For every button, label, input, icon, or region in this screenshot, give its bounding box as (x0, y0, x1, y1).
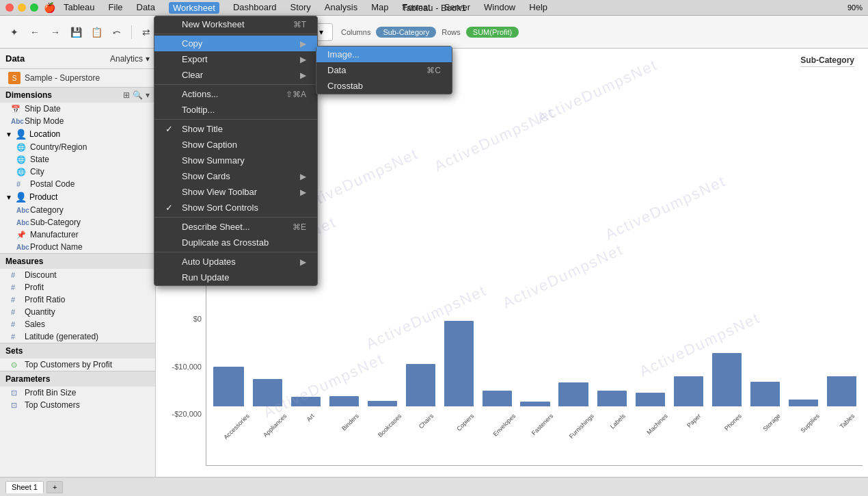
menu-item-new-worksheet[interactable]: New Worksheet ⌘T (154, 16, 317, 32)
copy-image-item[interactable]: Image... (316, 47, 452, 62)
measure-discount[interactable]: # Discount (0, 269, 155, 281)
bar[interactable] (213, 367, 244, 406)
new-sheet-btn[interactable]: + (46, 481, 63, 493)
bar[interactable] (406, 364, 435, 406)
window-controls[interactable] (5, 3, 38, 12)
bar-group[interactable]: Labels (594, 77, 631, 417)
measure-profit-ratio[interactable]: # Profit Ratio (0, 293, 155, 306)
save-btn[interactable]: 💾 (67, 23, 85, 41)
menu-item-show-summary[interactable]: Show Summary (154, 153, 317, 168)
bar[interactable] (329, 396, 359, 406)
menu-item-run-update[interactable]: Run Update (154, 270, 317, 285)
data-label[interactable]: Data (5, 53, 25, 64)
sets-section-header[interactable]: Sets (0, 343, 155, 358)
row-pill[interactable]: SUM(Profit) (466, 27, 519, 38)
bar[interactable] (789, 400, 818, 406)
parameters-section-header[interactable]: Parameters (0, 371, 155, 387)
menu-item-duplicate-crosstab[interactable]: Duplicate as Crosstab (154, 235, 317, 250)
bar[interactable] (291, 397, 321, 406)
menu-analysis[interactable]: Analysis (325, 2, 357, 14)
bar[interactable] (827, 376, 856, 406)
menu-item-export[interactable]: Export ▶ (154, 51, 317, 67)
menu-item-auto-updates[interactable]: Auto Updates ▶ (154, 254, 317, 270)
menu-item-show-caption[interactable]: Show Caption (154, 137, 317, 153)
sort-icon[interactable]: ▾ (146, 90, 150, 100)
dim-product-name[interactable]: Abc Product Name (0, 241, 155, 253)
forward-btn[interactable]: → (46, 23, 64, 41)
copy-crosstab-item[interactable]: Crosstab (316, 78, 452, 94)
bar[interactable] (444, 321, 474, 406)
sheet-tab[interactable]: Sheet 1 (5, 481, 44, 493)
param-profit-bin[interactable]: ⊡ Profit Bin Size (0, 387, 155, 399)
dim-city[interactable]: 🌐 City (0, 166, 155, 178)
dim-ship-date[interactable]: 📅 Ship Date (0, 103, 155, 115)
bar-group[interactable]: Fasteners (517, 77, 554, 417)
menu-item-clear[interactable]: Clear ▶ (154, 67, 317, 83)
add-data-btn[interactable]: 📋 (87, 23, 105, 41)
bar[interactable] (636, 393, 665, 406)
menu-story[interactable]: Story (290, 2, 310, 14)
measure-latitude[interactable]: # Latitude (generated) (0, 330, 155, 343)
param-top-customers[interactable]: ⊡ Top Customers (0, 399, 155, 411)
bar[interactable] (368, 401, 397, 406)
bar-group[interactable]: Copiers (440, 77, 477, 417)
copy-data-item[interactable]: Data ⌘C (316, 62, 452, 78)
menu-app[interactable]: Tableau (64, 2, 95, 14)
menu-item-show-view-toolbar[interactable]: Show View Toolbar ▶ (154, 184, 317, 200)
group-product[interactable]: ▼ 👤 Product (0, 190, 155, 204)
dim-category[interactable]: Abc Category (0, 204, 155, 216)
measure-quantity[interactable]: # Quantity (0, 306, 155, 318)
bar-group[interactable]: Machines (632, 77, 668, 417)
bar-group[interactable]: Phones (708, 77, 745, 417)
dim-ship-mode[interactable]: Abc Ship Mode (0, 115, 155, 127)
maximize-button[interactable] (30, 3, 38, 12)
menu-help[interactable]: Help (529, 2, 547, 14)
measures-section-header[interactable]: Measures (0, 253, 155, 269)
minimize-button[interactable] (18, 3, 26, 12)
apple-icon[interactable]: 🍎 (44, 2, 55, 13)
set-top-customers[interactable]: ⊙ Top Customers by Profit (0, 358, 155, 371)
swap-btn[interactable]: ⇄ (137, 23, 155, 41)
back-btn[interactable]: ← (26, 23, 44, 41)
column-pill[interactable]: Sub-Category (376, 27, 436, 38)
dim-state[interactable]: 🌐 State (0, 153, 155, 166)
measure-sales[interactable]: # Sales (0, 318, 155, 330)
analytics-tab[interactable]: Analytics ▾ (110, 54, 150, 64)
menu-window[interactable]: Window (484, 2, 515, 14)
bar[interactable] (558, 382, 588, 406)
bar[interactable] (750, 382, 780, 406)
menu-item-show-sort-controls[interactable]: ✓Show Sort Controls (154, 200, 317, 216)
bar[interactable] (253, 379, 282, 406)
grid-icon[interactable]: ⊞ (123, 90, 130, 100)
menu-file[interactable]: File (109, 2, 123, 14)
bar-group[interactable]: Paper (670, 77, 707, 417)
bar[interactable] (520, 402, 550, 406)
bar-group[interactable]: Bookcases (364, 77, 401, 417)
close-button[interactable] (5, 3, 14, 12)
bar[interactable] (483, 391, 512, 406)
menu-item-actions[interactable]: Actions... ⇧⌘A (154, 86, 317, 102)
bar[interactable] (674, 376, 703, 406)
menu-dashboard[interactable]: Dashboard (233, 2, 277, 14)
undo-btn[interactable]: ⤺ (108, 23, 126, 41)
bar-group[interactable]: Supplies (785, 77, 822, 417)
menu-worksheet[interactable]: Worksheet (169, 2, 219, 14)
bar[interactable] (597, 391, 627, 406)
bar-group[interactable]: Furnishings (555, 77, 593, 417)
bar-group[interactable]: Tables (823, 77, 860, 417)
data-source-row[interactable]: S Sample - Superstore (0, 69, 155, 87)
bar-group[interactable]: Binders (325, 77, 362, 417)
group-location[interactable]: ▼ 👤 Location (0, 127, 155, 141)
menu-item-tooltip[interactable]: Tooltip... (154, 102, 317, 118)
bar-group[interactable]: Storage (746, 77, 783, 417)
dim-postal-code[interactable]: # Postal Code (0, 178, 155, 190)
menu-item-show-cards[interactable]: Show Cards ▶ (154, 168, 317, 184)
bar[interactable] (712, 353, 742, 406)
dimensions-section-header[interactable]: Dimensions ⊞ 🔍 ▾ (0, 87, 155, 103)
dim-sub-category[interactable]: Abc Sub-Category (0, 216, 155, 229)
menu-map[interactable]: Map (371, 2, 388, 14)
measure-profit[interactable]: # Profit (0, 281, 155, 293)
menu-data[interactable]: Data (137, 2, 155, 14)
menu-item-describe-sheet[interactable]: Describe Sheet... ⌘E (154, 219, 317, 235)
menu-item-show-title[interactable]: ✓Show Title (154, 121, 317, 137)
